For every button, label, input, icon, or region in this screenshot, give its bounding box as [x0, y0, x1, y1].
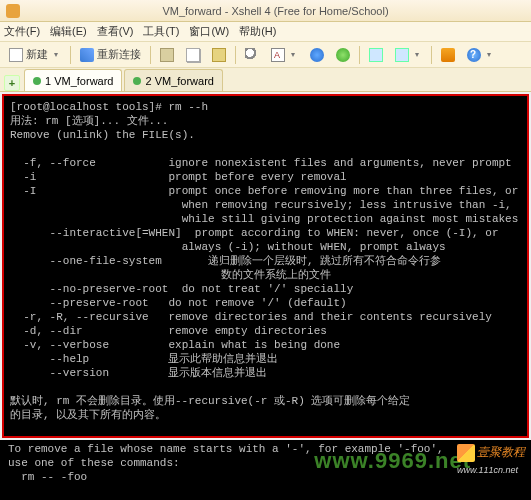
layout2-button[interactable]: ▾: [390, 44, 427, 66]
menu-file[interactable]: 文件(F): [4, 24, 40, 39]
chevron-down-icon: ▾: [288, 50, 298, 59]
new-button[interactable]: 新建▾: [4, 44, 66, 66]
chevron-down-icon: ▾: [484, 50, 494, 59]
reconnect-button[interactable]: 重新连接: [75, 44, 146, 66]
chevron-down-icon: ▾: [51, 50, 61, 59]
separator: [431, 46, 432, 64]
new-label: 新建: [26, 47, 48, 62]
menu-help[interactable]: 帮助(H): [239, 24, 276, 39]
menu-bar: 文件(F) 编辑(E) 查看(V) 工具(T) 窗口(W) 帮助(H): [0, 22, 531, 42]
menu-tools[interactable]: 工具(T): [143, 24, 179, 39]
title-bar: VM_forward - Xshell 4 (Free for Home/Sch…: [0, 0, 531, 22]
reconnect-label: 重新连接: [97, 47, 141, 62]
watermark-text: 壹聚教程: [477, 445, 525, 459]
watermark-1: www.9969.net: [314, 448, 471, 474]
separator: [70, 46, 71, 64]
profile-button[interactable]: [436, 44, 460, 66]
window-title: VM_forward - Xshell 4 (Free for Home/Sch…: [26, 5, 525, 17]
tab-label: 1 VM_forward: [45, 75, 113, 87]
menu-edit[interactable]: 编辑(E): [50, 24, 87, 39]
menu-view[interactable]: 查看(V): [97, 24, 134, 39]
color1-button[interactable]: [305, 44, 329, 66]
color2-button[interactable]: [331, 44, 355, 66]
add-tab-button[interactable]: +: [4, 75, 20, 91]
paste-button[interactable]: [207, 44, 231, 66]
color-green-icon: [336, 48, 350, 62]
profile-icon: [441, 48, 455, 62]
font-button[interactable]: ▾: [266, 44, 303, 66]
save-button[interactable]: [155, 44, 179, 66]
tab-bar: + 1 VM_forward 2 VM_forward: [0, 68, 531, 92]
app-icon: [6, 4, 20, 18]
find-button[interactable]: [240, 44, 264, 66]
terminal-output[interactable]: [root@localhost tools]# rm --h 用法: rm [选…: [2, 94, 529, 438]
reconnect-icon: [80, 48, 94, 62]
menu-window[interactable]: 窗口(W): [189, 24, 229, 39]
toolbar: 新建▾ 重新连接 ▾ ▾ ▾: [0, 42, 531, 68]
help-button[interactable]: ▾: [462, 44, 499, 66]
logo-icon: [457, 444, 475, 462]
tab-2[interactable]: 2 VM_forward: [124, 69, 222, 91]
separator: [150, 46, 151, 64]
tab-label: 2 VM_forward: [145, 75, 213, 87]
tab-1[interactable]: 1 VM_forward: [24, 69, 122, 91]
save-icon: [160, 48, 174, 62]
layout-icon: [369, 48, 383, 62]
status-dot-icon: [133, 77, 141, 85]
separator: [359, 46, 360, 64]
copy-button[interactable]: [181, 44, 205, 66]
paste-icon: [212, 48, 226, 62]
watermark-url: www.111cn.net: [457, 465, 518, 475]
layout-icon: [395, 48, 409, 62]
layout-button[interactable]: [364, 44, 388, 66]
separator: [235, 46, 236, 64]
help-icon: [467, 48, 481, 62]
status-dot-icon: [33, 77, 41, 85]
file-icon: [9, 48, 23, 62]
color-blue-icon: [310, 48, 324, 62]
copy-icon: [186, 48, 200, 62]
font-icon: [271, 48, 285, 62]
search-icon: [245, 48, 259, 62]
watermark-2: 壹聚教程www.111cn.net: [457, 444, 525, 476]
chevron-down-icon: ▾: [412, 50, 422, 59]
